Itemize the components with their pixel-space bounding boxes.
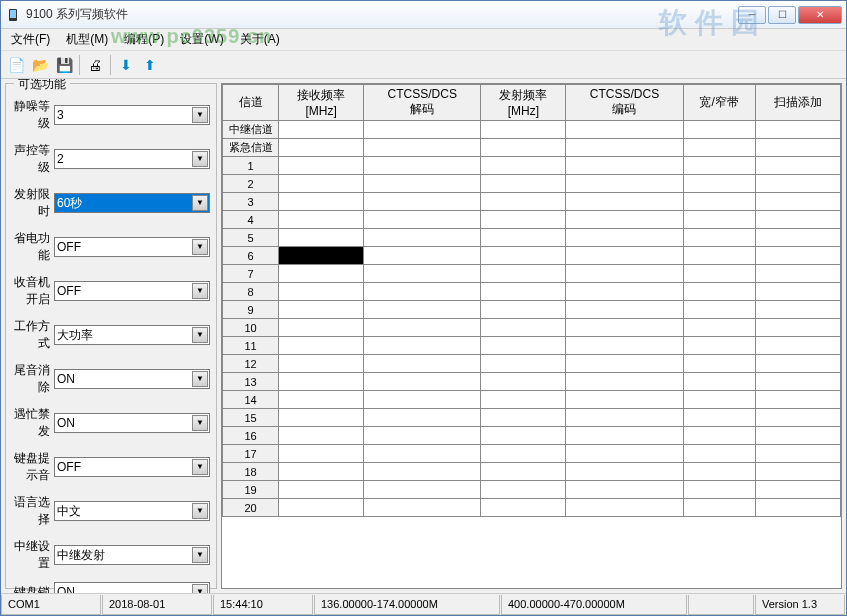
setting-select[interactable] bbox=[54, 281, 210, 301]
menu-program[interactable]: 编程(P) bbox=[116, 29, 172, 50]
column-header[interactable]: 发射频率[MHz] bbox=[481, 85, 566, 121]
table-cell[interactable] bbox=[755, 409, 840, 427]
row-header[interactable]: 2 bbox=[223, 175, 279, 193]
table-cell[interactable] bbox=[683, 319, 755, 337]
table-cell[interactable] bbox=[683, 391, 755, 409]
table-cell[interactable] bbox=[683, 139, 755, 157]
table-cell[interactable] bbox=[481, 301, 566, 319]
setting-select[interactable] bbox=[54, 457, 210, 477]
table-cell[interactable] bbox=[755, 229, 840, 247]
table-cell[interactable] bbox=[279, 373, 364, 391]
row-header[interactable]: 13 bbox=[223, 373, 279, 391]
table-cell[interactable] bbox=[566, 157, 683, 175]
table-cell[interactable] bbox=[364, 481, 481, 499]
row-header[interactable]: 12 bbox=[223, 355, 279, 373]
table-cell[interactable] bbox=[481, 445, 566, 463]
row-header[interactable]: 5 bbox=[223, 229, 279, 247]
setting-select-wrap[interactable] bbox=[54, 237, 210, 257]
table-cell[interactable] bbox=[755, 211, 840, 229]
setting-select[interactable] bbox=[54, 237, 210, 257]
close-button[interactable]: ✕ bbox=[798, 6, 842, 24]
table-cell[interactable] bbox=[566, 175, 683, 193]
table-cell[interactable] bbox=[755, 283, 840, 301]
setting-select[interactable] bbox=[54, 501, 210, 521]
table-cell[interactable] bbox=[566, 265, 683, 283]
column-header[interactable]: 扫描添加 bbox=[755, 85, 840, 121]
table-cell[interactable] bbox=[279, 409, 364, 427]
minimize-button[interactable]: ─ bbox=[738, 6, 766, 24]
table-cell[interactable] bbox=[279, 337, 364, 355]
setting-select[interactable] bbox=[54, 545, 210, 565]
table-cell[interactable] bbox=[481, 391, 566, 409]
table-cell[interactable] bbox=[481, 211, 566, 229]
table-cell[interactable] bbox=[364, 463, 481, 481]
table-cell[interactable] bbox=[566, 427, 683, 445]
setting-select-wrap[interactable] bbox=[54, 193, 210, 213]
column-header[interactable]: CTCSS/DCS解码 bbox=[364, 85, 481, 121]
table-cell[interactable] bbox=[279, 463, 364, 481]
row-header[interactable]: 8 bbox=[223, 283, 279, 301]
setting-select[interactable] bbox=[54, 105, 210, 125]
table-cell[interactable] bbox=[364, 121, 481, 139]
table-cell[interactable] bbox=[481, 229, 566, 247]
table-cell[interactable] bbox=[566, 355, 683, 373]
row-header[interactable]: 17 bbox=[223, 445, 279, 463]
table-cell[interactable] bbox=[683, 283, 755, 301]
menu-file[interactable]: 文件(F) bbox=[3, 29, 58, 50]
table-cell[interactable] bbox=[279, 427, 364, 445]
table-cell[interactable] bbox=[683, 301, 755, 319]
row-header[interactable]: 11 bbox=[223, 337, 279, 355]
table-cell[interactable] bbox=[566, 463, 683, 481]
row-header[interactable]: 19 bbox=[223, 481, 279, 499]
table-cell[interactable] bbox=[279, 265, 364, 283]
table-cell[interactable] bbox=[566, 499, 683, 517]
table-cell[interactable] bbox=[364, 301, 481, 319]
table-cell[interactable] bbox=[683, 193, 755, 211]
column-header[interactable]: 宽/窄带 bbox=[683, 85, 755, 121]
menu-model[interactable]: 机型(M) bbox=[58, 29, 116, 50]
table-cell[interactable] bbox=[364, 265, 481, 283]
row-header[interactable]: 中继信道 bbox=[223, 121, 279, 139]
table-cell[interactable] bbox=[279, 247, 364, 265]
row-header[interactable]: 7 bbox=[223, 265, 279, 283]
table-cell[interactable] bbox=[481, 157, 566, 175]
row-header[interactable]: 3 bbox=[223, 193, 279, 211]
table-cell[interactable] bbox=[481, 373, 566, 391]
table-cell[interactable] bbox=[364, 211, 481, 229]
table-cell[interactable] bbox=[683, 121, 755, 139]
setting-select-wrap[interactable] bbox=[54, 457, 210, 477]
table-cell[interactable] bbox=[755, 427, 840, 445]
table-cell[interactable] bbox=[566, 409, 683, 427]
table-cell[interactable] bbox=[755, 157, 840, 175]
table-cell[interactable] bbox=[566, 301, 683, 319]
table-cell[interactable] bbox=[755, 499, 840, 517]
setting-select[interactable] bbox=[54, 369, 210, 389]
table-cell[interactable] bbox=[364, 391, 481, 409]
table-cell[interactable] bbox=[364, 229, 481, 247]
row-header[interactable]: 6 bbox=[223, 247, 279, 265]
row-header[interactable]: 14 bbox=[223, 391, 279, 409]
table-cell[interactable] bbox=[566, 283, 683, 301]
setting-select-wrap[interactable] bbox=[54, 149, 210, 169]
table-cell[interactable] bbox=[364, 409, 481, 427]
table-cell[interactable] bbox=[364, 445, 481, 463]
table-cell[interactable] bbox=[683, 481, 755, 499]
table-cell[interactable] bbox=[566, 121, 683, 139]
table-cell[interactable] bbox=[755, 247, 840, 265]
table-cell[interactable] bbox=[566, 193, 683, 211]
table-cell[interactable] bbox=[364, 427, 481, 445]
table-cell[interactable] bbox=[683, 157, 755, 175]
table-cell[interactable] bbox=[755, 121, 840, 139]
table-cell[interactable] bbox=[683, 337, 755, 355]
table-cell[interactable] bbox=[755, 481, 840, 499]
table-cell[interactable] bbox=[755, 391, 840, 409]
table-cell[interactable] bbox=[755, 445, 840, 463]
table-cell[interactable] bbox=[755, 139, 840, 157]
table-cell[interactable] bbox=[683, 409, 755, 427]
table-cell[interactable] bbox=[683, 265, 755, 283]
table-cell[interactable] bbox=[481, 283, 566, 301]
table-cell[interactable] bbox=[481, 121, 566, 139]
table-cell[interactable] bbox=[364, 373, 481, 391]
table-cell[interactable] bbox=[683, 229, 755, 247]
setting-select-wrap[interactable] bbox=[54, 582, 210, 593]
